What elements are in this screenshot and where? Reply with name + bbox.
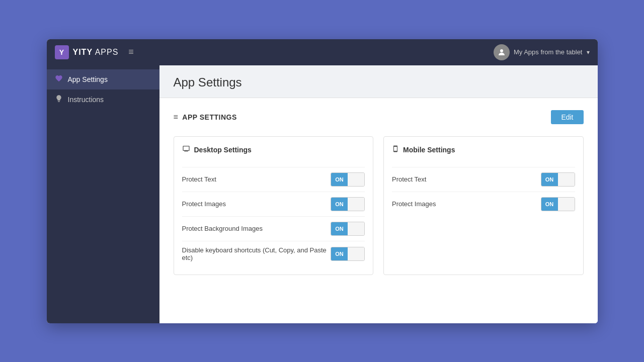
user-avatar [494, 44, 510, 60]
sidebar-item-instructions[interactable]: Instructions [47, 89, 159, 110]
user-name: My Apps from the tablet [514, 48, 583, 56]
desktop-protect-text-toggle[interactable]: ON [331, 172, 365, 187]
desktop-card-title: Desktop Settings [182, 145, 365, 159]
mobile-protect-images-row: Protect Images ON [392, 192, 575, 216]
toggle-on[interactable]: ON [541, 173, 558, 186]
desktop-disable-keyboard-label: Disable keyboard shortcuts (Cut, Copy, a… [182, 246, 331, 261]
toggle-off[interactable] [348, 173, 364, 186]
edit-button[interactable]: Edit [551, 110, 583, 124]
heart-icon [55, 74, 63, 84]
page-title: App Settings [174, 75, 584, 89]
mobile-protect-text-label: Protect Text [392, 175, 541, 183]
logo-icon: Y [55, 45, 69, 59]
mobile-card-title-text: Mobile Settings [403, 146, 455, 154]
toggle-off[interactable] [348, 198, 364, 211]
toggle-on[interactable]: ON [331, 173, 348, 186]
desktop-protect-text-label: Protect Text [182, 175, 331, 183]
section-title-text: APP SETTINGS [182, 113, 236, 121]
navbar: Y YITY APPS ≡ My Apps from the tablet ▾ [47, 39, 598, 65]
toggle-on[interactable]: ON [331, 198, 348, 211]
toggle-on[interactable]: ON [331, 247, 348, 260]
sidebar-item-app-settings[interactable]: App Settings [47, 69, 159, 89]
sidebar-item-label: App Settings [68, 75, 108, 83]
settings-grid: Desktop Settings Protect Text ON Protect… [174, 136, 584, 275]
list-icon: ≡ [174, 113, 179, 122]
navbar-right: My Apps from the tablet ▾ [494, 44, 590, 60]
mobile-protect-text-toggle[interactable]: ON [541, 172, 575, 187]
logo-text: YITY APPS [73, 48, 119, 57]
desktop-protect-bg-images-toggle[interactable]: ON [331, 222, 365, 236]
toggle-off[interactable] [558, 198, 575, 211]
desktop-protect-images-row: Protect Images ON [182, 192, 365, 216]
desktop-settings-card: Desktop Settings Protect Text ON Protect… [174, 136, 374, 275]
svg-point-0 [500, 49, 503, 52]
section-header: ≡ APP SETTINGS Edit [174, 110, 584, 124]
mobile-protect-images-toggle[interactable]: ON [541, 197, 575, 211]
toggle-on[interactable]: ON [541, 198, 558, 211]
toggle-on[interactable]: ON [331, 222, 348, 235]
desktop-protect-bg-images-row: Protect Background Images ON [182, 216, 365, 241]
desktop-disable-keyboard-row: Disable keyboard shortcuts (Cut, Copy, a… [182, 241, 365, 266]
toggle-off[interactable] [348, 222, 364, 235]
logo: Y YITY APPS ≡ [55, 45, 134, 59]
hamburger-icon[interactable]: ≡ [128, 47, 134, 57]
dropdown-arrow-icon[interactable]: ▾ [587, 49, 590, 56]
toggle-off[interactable] [558, 173, 575, 186]
mobile-icon [392, 145, 399, 155]
desktop-protect-bg-images-label: Protect Background Images [182, 225, 331, 232]
desktop-protect-text-row: Protect Text ON [182, 167, 365, 192]
mobile-protect-text-row: Protect Text ON [392, 167, 575, 192]
desktop-protect-images-label: Protect Images [182, 200, 331, 208]
desktop-card-title-text: Desktop Settings [194, 146, 252, 154]
mobile-card-title: Mobile Settings [392, 145, 575, 159]
desktop-disable-keyboard-toggle[interactable]: ON [331, 247, 365, 261]
toggle-off[interactable] [348, 247, 364, 260]
mobile-settings-card: Mobile Settings Protect Text ON Protect … [383, 136, 584, 275]
section-title: ≡ APP SETTINGS [174, 113, 237, 122]
sidebar: App Settings Instructions [47, 65, 159, 323]
main-layout: App Settings Instructions App Settings ≡… [47, 65, 598, 323]
page-header: App Settings [159, 65, 598, 98]
sidebar-item-label: Instructions [68, 96, 104, 104]
bulb-icon [55, 95, 63, 105]
content-body: ≡ APP SETTINGS Edit Desktop Settings [159, 98, 598, 323]
desktop-protect-images-toggle[interactable]: ON [331, 197, 365, 211]
main-content: App Settings ≡ APP SETTINGS Edit [159, 65, 598, 323]
desktop-icon [182, 145, 190, 155]
mobile-protect-images-label: Protect Images [392, 200, 541, 208]
app-window: Y YITY APPS ≡ My Apps from the tablet ▾ … [47, 39, 598, 323]
